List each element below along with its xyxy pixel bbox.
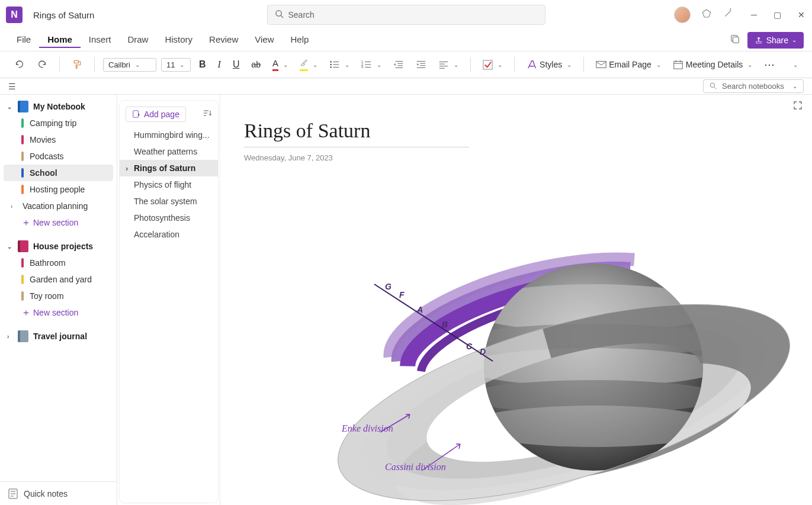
- search-box[interactable]: Search: [267, 5, 545, 25]
- underline-button[interactable]: U: [229, 57, 243, 72]
- outdent-button[interactable]: [390, 57, 407, 72]
- expand-icon[interactable]: [793, 101, 803, 112]
- format-painter-button[interactable]: [68, 57, 86, 72]
- italic-button[interactable]: I: [214, 57, 224, 72]
- notebook-my-notebook[interactable]: ⌄ My Notebook: [0, 98, 117, 115]
- section-school[interactable]: School: [4, 165, 113, 181]
- menu-draw[interactable]: Draw: [119, 32, 156, 48]
- note-icon: [8, 488, 18, 499]
- menubar: File Home Insert Draw History Review Vie…: [0, 30, 812, 51]
- notebook-sidebar: ⌄ My Notebook Camping trip Movies Podcas…: [0, 95, 117, 505]
- titlebar: N Rings of Saturn Search ─ ▢ ✕: [0, 0, 812, 30]
- chevron-down-icon: ⌄: [7, 243, 13, 250]
- section-vacation-planning[interactable]: ›Vacation planning: [0, 198, 117, 214]
- menu-help[interactable]: Help: [283, 32, 317, 48]
- secondary-bar: ☰ Search notebooks ⌄: [0, 78, 812, 95]
- new-section-button[interactable]: ＋New section: [0, 304, 117, 321]
- bold-button[interactable]: B: [195, 57, 210, 72]
- ring-label: D: [480, 347, 486, 356]
- svg-rect-31: [674, 62, 682, 69]
- align-button[interactable]: ⌄: [435, 57, 462, 72]
- svg-point-35: [710, 83, 714, 87]
- page-list: Add page Hummingbird wing... Weather pat…: [117, 95, 220, 505]
- avatar[interactable]: [674, 7, 691, 23]
- notebook-travel-journal[interactable]: › Travel journal: [0, 328, 117, 345]
- maximize-button[interactable]: ▢: [772, 10, 782, 20]
- menu-file[interactable]: File: [8, 32, 39, 48]
- styles-button[interactable]: Styles⌄: [523, 57, 575, 72]
- section-bathroom[interactable]: Bathroom: [0, 255, 117, 271]
- page-item[interactable]: Rings of Saturn: [120, 160, 218, 176]
- chevron-down-icon: ⌄: [792, 83, 797, 89]
- numbered-list-button[interactable]: 123⌄: [358, 57, 385, 72]
- open-in-window-icon[interactable]: [730, 34, 740, 47]
- strikethrough-button[interactable]: ab: [248, 57, 264, 72]
- svg-point-7: [330, 64, 332, 66]
- annotation-cassini: Cassini division: [385, 462, 446, 472]
- ring-label: A: [417, 305, 423, 314]
- page-item[interactable]: The solar system: [120, 193, 218, 210]
- annotation-enke: Enke division: [342, 423, 393, 434]
- indent-button[interactable]: [412, 57, 430, 72]
- section-movies[interactable]: Movies: [0, 131, 117, 148]
- search-notebooks-input[interactable]: Search notebooks ⌄: [703, 79, 804, 93]
- search-icon: [710, 82, 717, 90]
- app-icon: N: [6, 7, 23, 23]
- page-item[interactable]: Hummingbird wing...: [120, 127, 218, 143]
- search-placeholder: Search: [288, 10, 314, 20]
- menu-history[interactable]: History: [156, 32, 201, 48]
- share-label: Share: [766, 36, 788, 45]
- quick-notes-button[interactable]: Quick notes: [0, 481, 117, 505]
- section-camping-trip[interactable]: Camping trip: [0, 115, 117, 131]
- more-commands-button[interactable]: ⋯: [760, 56, 779, 73]
- hamburger-icon[interactable]: ☰: [8, 82, 16, 91]
- highlight-button[interactable]: ⌄: [296, 56, 321, 73]
- section-podcasts[interactable]: Podcasts: [0, 148, 117, 165]
- page-item[interactable]: Weather patterns: [120, 143, 218, 160]
- page-item[interactable]: Accelaration: [120, 226, 218, 243]
- undo-button[interactable]: [11, 57, 28, 72]
- ribbon-collapse-button[interactable]: ⌄: [789, 59, 801, 70]
- section-toy-room[interactable]: Toy room: [0, 288, 117, 304]
- chevron-down-icon: ⌄: [792, 37, 797, 43]
- page-item[interactable]: Photosynthesis: [120, 210, 218, 226]
- ring-label: C: [466, 342, 472, 351]
- page-canvas[interactable]: Rings of Saturn Wednesday, June 7, 2023: [220, 95, 812, 505]
- menu-home[interactable]: Home: [39, 32, 81, 48]
- todo-tag-button[interactable]: ⌄: [479, 57, 506, 72]
- font-size-select[interactable]: 11⌄: [161, 58, 191, 72]
- search-icon: [275, 9, 284, 20]
- premium-icon[interactable]: [701, 8, 712, 21]
- bullet-list-button[interactable]: ⌄: [326, 57, 353, 72]
- page-title[interactable]: Rings of Saturn: [220, 95, 812, 147]
- sparkle-icon[interactable]: [723, 8, 733, 21]
- email-page-button[interactable]: Email Page⌄: [592, 57, 665, 72]
- notebook-icon: [18, 101, 28, 112]
- svg-point-5: [330, 61, 332, 63]
- menu-view[interactable]: View: [246, 32, 282, 48]
- page-date: Wednesday, June 7, 2023: [220, 147, 812, 162]
- meeting-details-button[interactable]: Meeting Details⌄: [669, 57, 756, 72]
- chevron-right-icon: ›: [7, 333, 13, 340]
- svg-point-9: [330, 66, 332, 68]
- share-button[interactable]: Share ⌄: [747, 32, 804, 49]
- font-color-button[interactable]: A⌄: [269, 56, 291, 73]
- svg-point-0: [275, 11, 281, 16]
- add-page-button[interactable]: Add page: [126, 107, 186, 122]
- notebook-house-projects[interactable]: ⌄ House projects: [0, 238, 117, 255]
- close-button[interactable]: ✕: [797, 10, 806, 20]
- section-garden-yard[interactable]: Garden and yard: [0, 271, 117, 288]
- svg-rect-41: [133, 111, 139, 117]
- new-section-button[interactable]: ＋New section: [0, 214, 117, 231]
- menu-insert[interactable]: Insert: [81, 32, 120, 48]
- menu-review[interactable]: Review: [201, 32, 246, 48]
- font-name-select[interactable]: Cailbri⌄: [103, 58, 156, 72]
- redo-button[interactable]: [33, 57, 51, 72]
- page-item[interactable]: Physics of flight: [120, 176, 218, 193]
- section-hosting-people[interactable]: Hosting people: [0, 181, 117, 198]
- svg-text:3: 3: [361, 65, 363, 69]
- minimize-button[interactable]: ─: [750, 10, 758, 20]
- notebook-icon: [18, 240, 28, 252]
- saturn-svg: [232, 172, 801, 505]
- sort-pages-button[interactable]: [203, 109, 212, 120]
